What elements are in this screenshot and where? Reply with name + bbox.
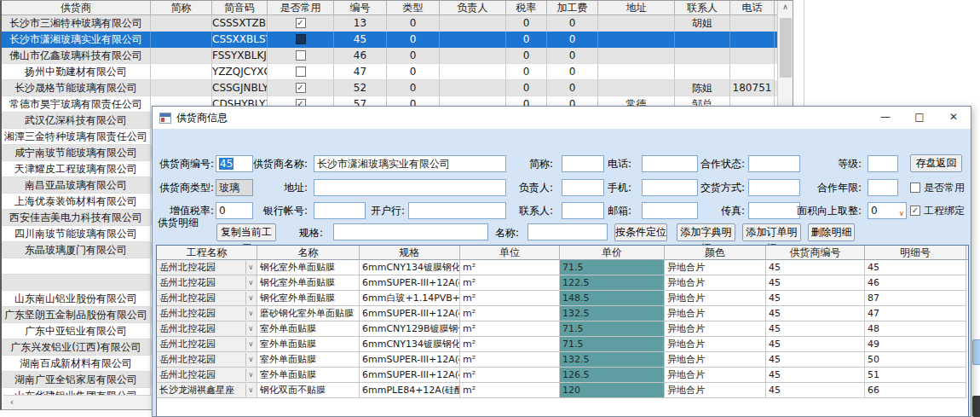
grid-cell[interactable]: 6mmSUPER-III+12A(硅... [360, 352, 460, 368]
grid-cell[interactable]: 异地合片 [665, 291, 766, 306]
grid-cell[interactable]: 磨砂钢化室外单面贴膜 [257, 306, 360, 321]
grid-cell[interactable]: 岳州北控花园∨ [157, 368, 257, 383]
grid-cell[interactable]: 45 [766, 352, 865, 368]
email-input[interactable] [642, 202, 698, 219]
bank-account-input[interactable] [314, 202, 366, 219]
grade-input[interactable] [868, 155, 898, 172]
grid-cell[interactable]: 87 [865, 291, 966, 306]
grid-cell[interactable]: 异地合片 [665, 275, 766, 291]
grid-cell[interactable]: 异地合片 [665, 321, 766, 337]
supplier-name-input[interactable]: 长沙市潇湘玻璃实业有限公司 [314, 155, 506, 172]
common-checkbox[interactable] [296, 67, 306, 77]
grid-cell[interactable]: 岳州北控花园∨ [157, 291, 257, 306]
grid-cell[interactable]: 异地合片 [665, 306, 766, 321]
grid-cell[interactable]: 岳州北控花园∨ [157, 306, 257, 321]
grid-row[interactable]: 岳州北控花园∨室外单面贴膜6mmCNY134镀膜钢化m²71.5异地合片4549 [157, 337, 968, 352]
grid-cell[interactable]: 49 [865, 337, 966, 352]
grid-cell[interactable]: 51 [865, 368, 966, 383]
grid-cell[interactable]: m² [460, 352, 560, 368]
grid-cell[interactable]: m² [460, 337, 560, 352]
grid-cell[interactable]: 6mmCNY134镀膜钢化 [360, 337, 460, 352]
grid-cell[interactable]: m² [460, 275, 560, 291]
grid-cell[interactable]: 钢化室外单面贴膜 [257, 291, 360, 306]
grid-row[interactable]: 岳州北控花园∨室外单面贴膜6mmSUPER-III+12A(硅...m²126.… [157, 368, 968, 383]
table-row[interactable]: 长沙市潇湘玻璃实业有限公司CSSXXBLSY...45000 [2, 32, 793, 48]
grid-cell[interactable]: 室外单面贴膜 [257, 337, 360, 352]
grid-cell[interactable]: 钢化双面不贴膜 [257, 383, 360, 398]
grid-row[interactable]: 岳州北控花园∨室外单面贴膜6mmCNY129B镀膜钢化m²71.5异地合片454… [157, 321, 968, 337]
grid-row[interactable]: 岳州北控花园∨钢化室外单面贴膜6mmSUPER-III+12A(硅...m²12… [157, 275, 968, 291]
close-button[interactable]: ✕ [937, 107, 971, 129]
grid-cell[interactable]: 45 [766, 275, 865, 291]
phone-input[interactable] [642, 155, 698, 172]
address-input[interactable] [314, 179, 506, 196]
grid-cell[interactable]: 45 [766, 260, 865, 275]
grid-cell[interactable]: 异地合片 [665, 260, 766, 275]
grid-cell[interactable]: 50 [865, 352, 966, 368]
grid-cell[interactable]: 室外单面贴膜 [257, 321, 360, 337]
grid-row[interactable]: 岳州北控花园∨磨砂钢化室外单面贴膜6mmSUPER-III+12A(硅...m²… [157, 306, 968, 321]
common-checkbox[interactable] [296, 50, 306, 61]
minimize-button[interactable]: — [868, 107, 902, 129]
add-dict-detail-button[interactable]: 添加字典明细 [677, 223, 735, 241]
grid-cell[interactable]: 钢化室外单面贴膜 [257, 260, 360, 275]
grid-cell[interactable]: 室外单面贴膜 [257, 368, 360, 383]
grid-cell[interactable]: 岳州北控花园∨ [157, 352, 257, 368]
grid-cell[interactable]: 6mmSUPER-III+12A(硅... [360, 275, 460, 291]
coop-years-input[interactable] [868, 179, 898, 196]
grid-cell[interactable]: 46 [865, 275, 966, 291]
grid-cell[interactable]: 6mmSUPER-III+12A(硅... [360, 306, 460, 321]
grid-cell[interactable]: 132.5 [560, 352, 665, 368]
grid-cell[interactable]: 45 [766, 368, 865, 383]
grid-cell[interactable]: 45 [766, 383, 865, 398]
grid-row[interactable]: 岳州北控花园∨钢化室外单面贴膜6mmCNY134镀膜钢化m²71.5异地合片45… [157, 260, 968, 275]
locate-button[interactable]: 按条件定位 [614, 223, 667, 241]
grid-row[interactable]: 岳州北控花园∨钢化室外单面贴膜6mm白玻+1.14PVB+6mm...m²148… [157, 291, 968, 306]
grid-cell[interactable]: m² [460, 368, 560, 383]
grid-cell[interactable]: 66 [865, 383, 966, 398]
grid-cell[interactable]: 122.5 [560, 275, 665, 291]
grid-cell[interactable]: 室外单面贴膜 [257, 352, 360, 368]
grid-cell[interactable]: 异地合片 [665, 352, 766, 368]
grid-cell[interactable]: 岳州北控花园∨ [157, 321, 257, 337]
grid-cell[interactable]: 71.5 [560, 321, 665, 337]
grid-cell[interactable]: 71.5 [560, 337, 665, 352]
copy-project-button[interactable]: 复制当前工程 [216, 223, 276, 241]
grid-row[interactable]: 长沙龙湖祺鑫星座∨钢化双面不贴膜6mmPLE84+12A(硅酮胶...m²120… [157, 383, 968, 398]
grid-cell[interactable]: 异地合片 [665, 368, 766, 383]
grid-cell[interactable]: 47 [865, 306, 966, 321]
area-round-combo[interactable]: 0∨ [868, 202, 907, 219]
save-return-button[interactable]: 存盘返回 [910, 154, 962, 172]
grid-cell[interactable]: m² [460, 321, 560, 337]
grid-cell[interactable]: 异地合片 [665, 383, 766, 398]
grid-cell[interactable]: 45 [766, 321, 865, 337]
spec-filter-input[interactable] [333, 223, 488, 240]
grid-cell[interactable]: 6mmCNY134镀膜钢化 [360, 260, 460, 275]
grid-cell[interactable]: 6mmSUPER-III+12A(硅... [360, 368, 460, 383]
name-filter-input[interactable] [527, 223, 608, 240]
maximize-button[interactable]: □ [902, 107, 937, 129]
common-use-checkbox[interactable]: 是否常用 [910, 179, 965, 196]
scroll-left-icon[interactable]: ‹ [5, 397, 19, 409]
grid-cell[interactable]: 异地合片 [665, 337, 766, 352]
project-binding-checkbox[interactable]: ✓工程绑定 [910, 202, 965, 219]
table-row[interactable]: 扬州中勤建材有限公司YZZQJCYXGS47000 [2, 64, 793, 80]
grid-cell[interactable]: m² [460, 260, 560, 275]
table-row[interactable]: 佛山市亿鑫玻璃科技有限公司FSSYXBLKJ...46000 [2, 48, 793, 64]
grid-cell[interactable]: 钢化室外单面贴膜 [257, 275, 360, 291]
grid-cell[interactable]: m² [460, 383, 560, 398]
table-row[interactable]: 长沙市三湘特种玻璃有限公司CSSSXTZBL...✓13000胡姐 [2, 15, 793, 32]
grid-cell[interactable]: 45 [865, 260, 966, 275]
grid-cell[interactable]: 126.5 [560, 368, 665, 383]
grid-cell[interactable]: 120 [560, 383, 665, 398]
common-checkbox[interactable] [296, 34, 306, 44]
grid-cell[interactable]: 长沙龙湖祺鑫星座∨ [157, 383, 257, 398]
horizontal-scrollbar[interactable]: ‹ [3, 395, 153, 409]
grid-cell[interactable]: 6mmPLE84+12A(硅酮胶... [360, 383, 460, 398]
grid-cell[interactable]: 6mm白玻+1.14PVB+6mm... [360, 291, 460, 306]
scroll-up-icon[interactable]: ∧ [778, 1, 793, 14]
grid-cell[interactable]: 71.5 [560, 260, 665, 275]
grid-cell[interactable]: 45 [766, 337, 865, 352]
grid-cell[interactable]: 48 [865, 321, 966, 337]
add-order-detail-button[interactable]: 添加订单明细 [742, 223, 801, 241]
